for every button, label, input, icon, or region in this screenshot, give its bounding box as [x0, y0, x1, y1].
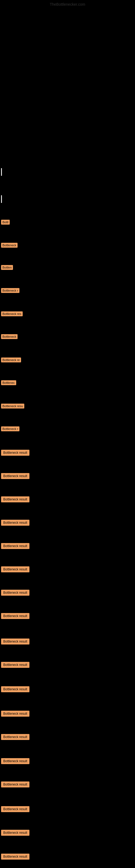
bottleneck-result-row: Bottl [1, 220, 10, 225]
bottleneck-result-badge[interactable]: Bottleneck result [1, 854, 30, 860]
bottleneck-result-badge[interactable]: Bottleneck result [1, 662, 30, 668]
bottleneck-result-badge[interactable]: Bottl [1, 220, 10, 225]
bottleneck-result-row: Bottleneck result [1, 758, 30, 764]
bottleneck-result-badge[interactable]: Bottleneck r [1, 288, 19, 293]
bottleneck-result-row: Bottleneck [1, 334, 17, 339]
bottleneck-result-row: Bottleneck re [1, 358, 21, 362]
bottleneck-result-row: Bottleneck result [1, 566, 30, 572]
bottleneck-result-badge[interactable]: Bottleneck result [1, 590, 30, 596]
bottleneck-result-row: Bottleneck result [1, 590, 30, 596]
bottleneck-result-row: Bottleneck result [1, 613, 30, 619]
bottleneck-result-badge[interactable]: Bottleneck result [1, 639, 30, 645]
bottleneck-result-row: Bottleneck r [1, 426, 19, 431]
bottleneck-result-badge[interactable]: Bottlen [1, 265, 13, 270]
bottleneck-result-badge[interactable]: Bottleneck result [1, 734, 30, 740]
bottleneck-result-badge[interactable]: Bottleneck result [1, 830, 30, 836]
bottleneck-result-row: Bottleneck result [1, 781, 30, 787]
bottleneck-result-badge[interactable]: Bottleneck result [1, 450, 30, 456]
bottleneck-result-row: Bottleneck result [1, 854, 30, 860]
bottleneck-result-badge[interactable]: Bottleneck result [1, 686, 30, 692]
bottleneck-result-badge[interactable]: Bottleneck result [1, 711, 30, 717]
bottleneck-result-badge[interactable]: Bottleneck result [1, 473, 30, 479]
bottleneck-result-row: Bottleneck [1, 243, 17, 248]
bottleneck-result-row: Bottleneck result [1, 496, 30, 502]
bottleneck-result-badge[interactable]: Bottleneck res [1, 311, 23, 316]
bottleneck-result-row: Bottleneck result [1, 686, 30, 692]
cursor-line-2 [1, 195, 2, 203]
bottleneck-result-row: Bottleneck result [1, 662, 30, 668]
bottleneck-result-row: Bottleneck result [1, 734, 30, 740]
bottleneck-result-row: Bottleneck result [1, 711, 30, 717]
bottleneck-result-row: Bottleneck result [1, 543, 30, 549]
bottleneck-result-row: Bottleneck result [1, 450, 30, 456]
bottleneck-result-row: Bottleneck result [1, 473, 30, 479]
bottleneck-result-badge[interactable]: Bottleneck result [1, 806, 30, 812]
bottleneck-result-badge[interactable]: Bottleneck result [1, 496, 30, 502]
bottleneck-result-badge[interactable]: Bottleneck result [1, 781, 30, 787]
bottleneck-result-row: Bottleneck r [1, 288, 19, 293]
bottleneck-result-badge[interactable]: Bottleneck [1, 334, 17, 339]
bottleneck-result-badge[interactable]: Bottleneck result [1, 566, 30, 572]
bottleneck-result-badge[interactable]: Bottleneck re [1, 358, 21, 362]
bottleneck-result-badge[interactable]: Bottleneck result [1, 758, 30, 764]
cursor-line-1 [1, 168, 2, 176]
site-title: TheBottlenecker.com [50, 2, 85, 6]
bottleneck-result-row: Bottleneck result [1, 830, 30, 836]
bottleneck-result-badge[interactable]: Bottleneck r [1, 426, 19, 431]
bottleneck-result-badge[interactable]: Bottleneck result [1, 520, 30, 526]
bottleneck-result-row: Bottlenec [1, 380, 16, 385]
bottleneck-result-row: Bottlen [1, 265, 13, 270]
bottleneck-result-row: Bottleneck result [1, 639, 30, 645]
bottleneck-result-badge[interactable]: Bottleneck [1, 243, 17, 248]
bottleneck-result-badge[interactable]: Bottleneck result [1, 613, 30, 619]
bottleneck-result-badge[interactable]: Bottlenec [1, 380, 16, 385]
bottleneck-result-row: Bottleneck result [1, 520, 30, 526]
bottleneck-result-badge[interactable]: Bottleneck resu [1, 404, 24, 408]
bottleneck-result-row: Bottleneck resu [1, 404, 24, 408]
bottleneck-result-badge[interactable]: Bottleneck result [1, 543, 30, 549]
bottleneck-result-row: Bottleneck res [1, 311, 23, 316]
bottleneck-result-row: Bottleneck result [1, 806, 30, 812]
